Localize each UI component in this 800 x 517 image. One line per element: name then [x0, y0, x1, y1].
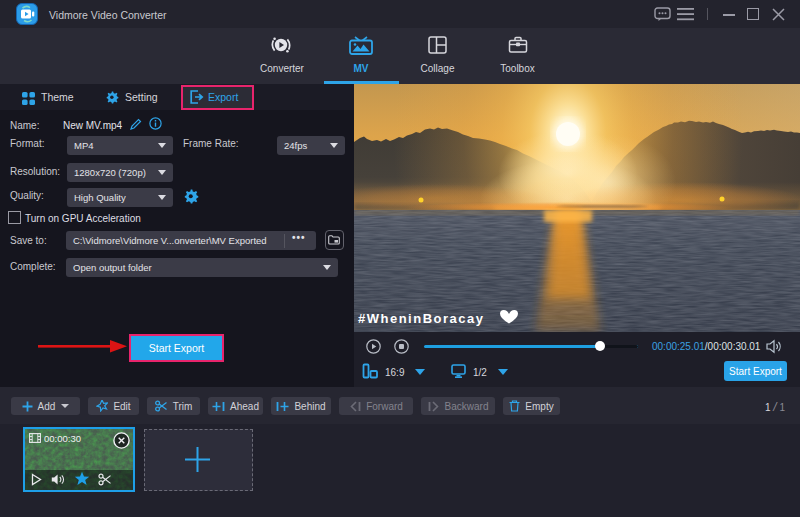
svg-text:#WheninBoracay: #WheninBoracay	[358, 311, 484, 326]
